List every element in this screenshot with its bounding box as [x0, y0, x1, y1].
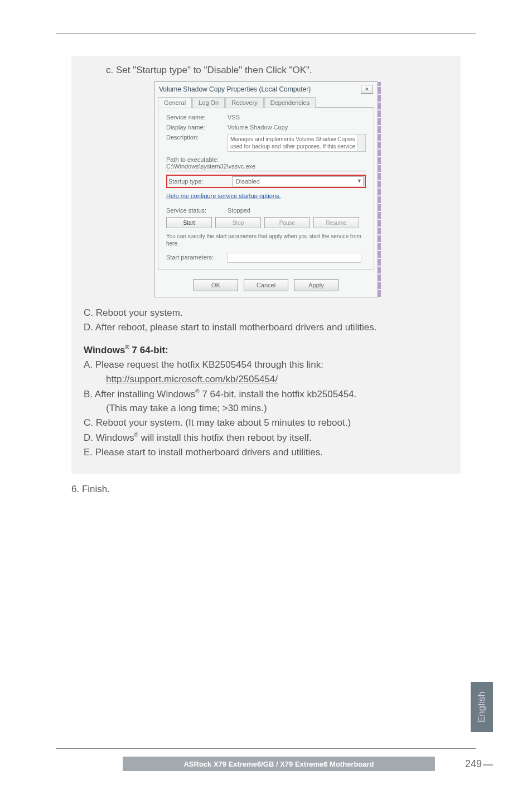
reg-mark-3: ®	[134, 432, 138, 438]
tabs: General Log On Recovery Dependencies	[158, 97, 374, 108]
status-label: Service status:	[166, 207, 228, 214]
startup-dropdown[interactable]: Disabled ▼	[232, 176, 364, 186]
cancel-button[interactable]: Cancel	[244, 279, 288, 291]
chevron-down-icon: ▼	[357, 178, 362, 184]
dialog-title: Volume Shadow Copy Properties (Local Com…	[159, 85, 311, 93]
tab-dependencies[interactable]: Dependencies	[264, 97, 316, 108]
status-value: Stopped	[228, 207, 366, 214]
help-link[interactable]: Help me configure service startup option…	[166, 192, 280, 199]
line-reboot: C. Reboot your system.	[84, 307, 448, 319]
w64-A: A. Please request the hotfix KB2505454 t…	[84, 359, 448, 370]
line-after-reboot: D. After reboot, please start to install…	[84, 322, 448, 333]
language-label: English	[476, 691, 487, 723]
w64-B: B. After installing Windows® 7 64-bit, i…	[84, 388, 448, 400]
service-buttons: Start Stop Pause Resume	[166, 217, 366, 228]
w64-D2: will install this hotfix then reboot by …	[138, 432, 312, 443]
resume-button: Resume	[313, 217, 359, 228]
startup-label: Startup type:	[168, 178, 228, 185]
description-scrollbar[interactable]	[357, 134, 365, 151]
display-name-value: Volume Shadow Copy	[228, 124, 366, 131]
bottom-rule	[56, 748, 476, 749]
stop-button: Stop	[215, 217, 261, 228]
w64-D1: D. Windows	[84, 432, 134, 443]
instruction-box: c. Set "Startup type" to "Disable" then …	[71, 56, 461, 474]
content: c. Set "Startup type" to "Disable" then …	[71, 56, 461, 495]
striped-edge	[378, 82, 381, 297]
display-name-label: Display name:	[166, 124, 228, 131]
w64-B2: 7 64-bit, install the hotfix kb2505454.	[200, 388, 357, 399]
startup-value: Disabled	[236, 178, 260, 185]
reg-mark-2: ®	[195, 388, 199, 394]
apply-button[interactable]: Apply	[294, 279, 338, 291]
reg-mark-1: ®	[125, 344, 129, 350]
description-text: Manages and implements Volume Shadow Cop…	[230, 136, 355, 150]
description-box: Manages and implements Volume Shadow Cop…	[228, 134, 366, 152]
dialog-title-bar: Volume Shadow Copy Properties (Local Com…	[154, 82, 378, 97]
tab-general[interactable]: General	[158, 97, 192, 108]
page-number-dash	[483, 764, 493, 766]
footer-text: ASRock X79 Extreme6/GB / X79 Extreme6 Mo…	[183, 760, 374, 768]
step-c-text: c. Set "Startup type" to "Disable" then …	[106, 65, 448, 76]
dialog-body: Service name: VSS Display name: Volume S…	[158, 108, 374, 270]
service-name-value: VSS	[228, 114, 366, 121]
dialog-footer: OK Cancel Apply	[154, 273, 378, 297]
w64-B1: B. After installing Windows	[84, 388, 195, 399]
params-label: Start parameters:	[166, 254, 228, 261]
w64-A-link[interactable]: http://support.microsoft.com/kb/2505454/	[106, 374, 278, 384]
language-tab: English	[471, 682, 493, 732]
params-input[interactable]	[228, 253, 361, 263]
close-icon: ✕	[365, 86, 369, 92]
w64-E: E. Please start to install motherboard d…	[84, 447, 448, 458]
win-heading-b: 7 64-bit:	[129, 345, 168, 355]
description-label: Description:	[166, 134, 228, 141]
w64-D: D. Windows® will install this hotfix the…	[84, 432, 448, 444]
w64-C: C. Reboot your system. (It may take abou…	[84, 417, 448, 429]
start-button[interactable]: Start	[166, 217, 212, 228]
close-button[interactable]: ✕	[361, 85, 373, 94]
win-heading-a: Windows	[84, 345, 125, 355]
dialog-wrap: Volume Shadow Copy Properties (Local Com…	[84, 81, 448, 297]
tab-recovery[interactable]: Recovery	[225, 97, 263, 108]
w64-B-note: (This may take a long time; >30 mins.)	[106, 403, 448, 414]
top-rule	[56, 33, 476, 34]
tab-logon[interactable]: Log On	[192, 97, 225, 108]
startup-highlight: Startup type: Disabled ▼	[166, 175, 366, 188]
path-value: C:\Windows\system32\vssvc.exe	[166, 162, 366, 171]
service-name-label: Service name:	[166, 114, 228, 121]
finish-line: 6. Finish.	[71, 484, 461, 495]
start-hint: You can specify the start parameters tha…	[166, 233, 366, 247]
ok-button[interactable]: OK	[194, 279, 238, 291]
footer-bar: ASRock X79 Extreme6/GB / X79 Extreme6 Mo…	[123, 757, 435, 771]
page-number: 249	[465, 758, 482, 770]
properties-dialog: Volume Shadow Copy Properties (Local Com…	[154, 81, 378, 297]
pause-button: Pause	[264, 217, 310, 228]
win64-heading: Windows® 7 64-bit:	[84, 344, 448, 356]
